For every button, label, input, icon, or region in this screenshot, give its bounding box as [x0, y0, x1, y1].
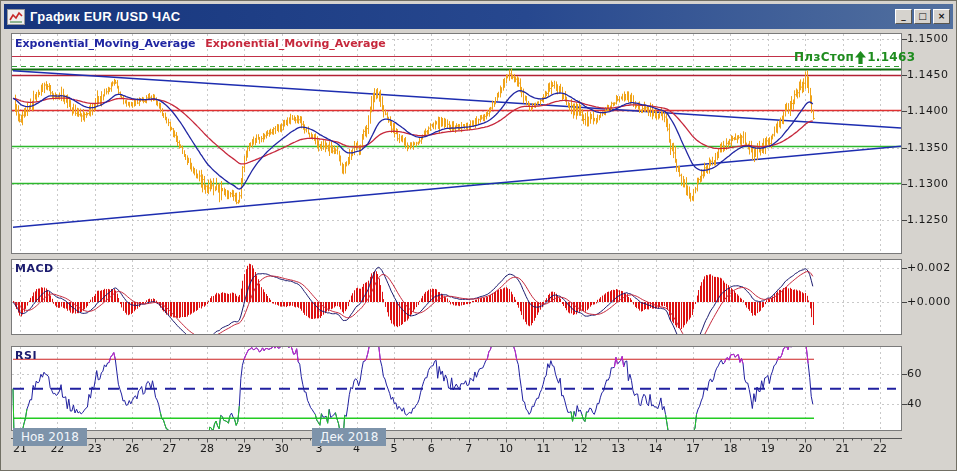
stop-price-value: 1.1463 [867, 50, 915, 64]
time-axis-label: 27 [157, 442, 183, 455]
window-title: График EUR /USD ЧАС [30, 9, 895, 24]
legend-ema-fast: Exponential_Moving_Average [15, 37, 195, 50]
time-axis-label: 13 [605, 442, 631, 455]
time-axis-label: 28 [194, 442, 220, 455]
rsi-panel-label: RSI [15, 349, 37, 362]
price-axis-label: 1.1250 [907, 213, 949, 226]
price-axis-label: 1.1500 [907, 32, 949, 45]
price-axis-label: 1.1400 [907, 104, 949, 117]
close-button[interactable]: × [933, 9, 950, 24]
time-axis-label: 14 [643, 442, 669, 455]
time-axis-label: 29 [231, 442, 257, 455]
stop-label-text: ПлзСтоп [794, 50, 854, 64]
chart-canvas[interactable] [1, 1, 957, 471]
macd-panel-label: MACD [15, 262, 54, 275]
rsi-axis-label: 60 [907, 367, 922, 380]
chart-icon [7, 9, 25, 25]
up-arrow-icon [855, 51, 866, 64]
price-axis-label: 1.1450 [907, 68, 949, 81]
time-axis-label: 7 [456, 442, 482, 455]
time-axis-label: 18 [717, 442, 743, 455]
price-axis-label: 1.1350 [907, 141, 949, 154]
legend-ema-slow: Exponential_Moving_Average [205, 37, 385, 50]
macd-axis-label: +0.000 [907, 295, 951, 308]
price-axis-label: 1.1300 [907, 177, 949, 190]
chart-window: График EUR /USD ЧАС _ □ × Exponential_Mo… [0, 0, 957, 471]
indicator-legend: Exponential_Moving_Average Exponential_M… [15, 37, 392, 50]
title-bar[interactable]: График EUR /USD ЧАС _ □ × [4, 4, 953, 29]
time-axis-label: 11 [530, 442, 556, 455]
maximize-button[interactable]: □ [914, 9, 931, 24]
macd-axis-label: +0.002 [907, 261, 951, 274]
time-axis-label: 20 [792, 442, 818, 455]
time-axis-label: 22 [867, 442, 893, 455]
time-axis-label: 21 [830, 442, 856, 455]
minimize-button[interactable]: _ [895, 9, 912, 24]
time-axis-label: 19 [755, 442, 781, 455]
rsi-axis-label: 40 [907, 397, 922, 410]
time-axis-label: 6 [418, 442, 444, 455]
time-axis-label: 17 [680, 442, 706, 455]
time-axis-label: 10 [493, 442, 519, 455]
time-axis-label: 12 [568, 442, 594, 455]
month-badge: Дек 2018 [312, 428, 386, 446]
time-axis-label: 30 [269, 442, 295, 455]
month-badge: Нов 2018 [13, 428, 87, 446]
time-axis-label: 26 [119, 442, 145, 455]
trailing-stop-label: ПлзСтоп 1.1463 [794, 50, 915, 64]
